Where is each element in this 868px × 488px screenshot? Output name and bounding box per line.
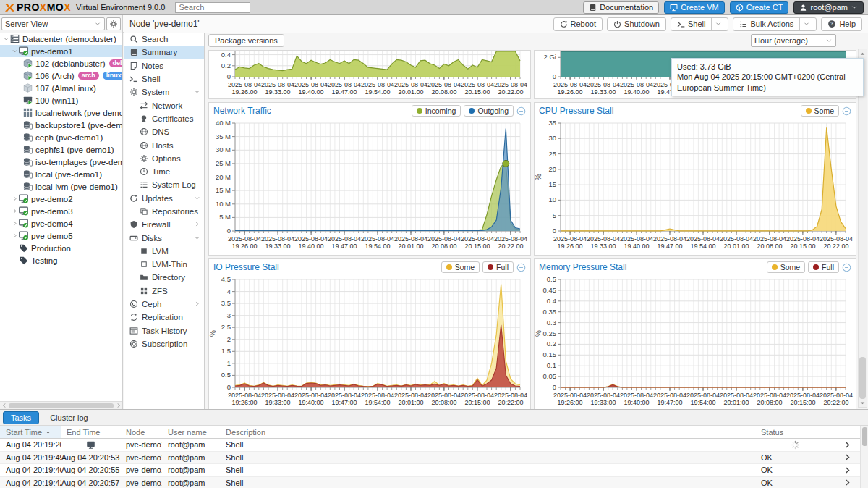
menu-item-certificates[interactable]: Certificates (124, 112, 204, 125)
cpu-usage-chart[interactable]: 00.20.42025-08-0419:26:002025-08-0419:33… (209, 51, 529, 98)
menu-item-replication[interactable]: Replication (124, 311, 204, 324)
shell-button[interactable]: Shell (671, 17, 728, 31)
menu-item-subscription[interactable]: Subscription (124, 337, 204, 350)
chevron-right-icon[interactable] (10, 220, 19, 227)
scroll-left-icon[interactable] (0, 402, 8, 410)
view-mode-select[interactable]: Server View (1, 17, 105, 30)
tree-item-ceph[interactable]: ceph (pve-demo1) (0, 131, 122, 143)
task-expand[interactable] (835, 466, 859, 474)
tab-tasks[interactable]: Tasks (3, 411, 39, 424)
menu-item-search[interactable]: Search (124, 33, 204, 46)
menu-item-disks[interactable]: Disks (124, 231, 204, 244)
column-header-end-time[interactable]: End Time (61, 428, 120, 437)
menu-item-dns[interactable]: DNS (124, 125, 204, 138)
tree-item-pve-demo4[interactable]: pve-demo4 (0, 217, 122, 230)
task-expand[interactable] (835, 441, 859, 449)
package-versions-button[interactable]: Package versions (208, 34, 284, 47)
menu-item-system[interactable]: System (124, 85, 204, 98)
scroll-up-icon[interactable] (859, 49, 867, 58)
documentation-button[interactable]: Documentation (583, 1, 659, 14)
tree-item-107[interactable]: 107 (AlmaLinux) (0, 82, 122, 94)
task-row[interactable]: Aug 04 20:19:42Aug 04 20:20:57pve-demo1r… (0, 477, 868, 488)
view-settings-button[interactable] (106, 17, 121, 30)
tree-item-100[interactable]: 100 (win11) (0, 94, 122, 106)
menu-item-task-history[interactable]: Task History (124, 324, 204, 337)
create-ct-button[interactable]: Create CT (730, 1, 789, 14)
create-vm-button[interactable]: Create VM (664, 1, 725, 14)
menu-item-hosts[interactable]: Hosts (124, 138, 204, 151)
tree-item-cephfs1[interactable]: cephfs1 (pve-demo1) (0, 143, 122, 156)
menu-item-network[interactable]: Network (124, 98, 204, 112)
legend-some[interactable]: Some (441, 261, 480, 273)
shell-dropdown[interactable] (711, 18, 722, 30)
tree-item-pve-demo5[interactable]: pve-demo5 (0, 230, 122, 242)
io-pressure-chart[interactable]: 00.511.522.533.544.52025-08-0419:26:0020… (209, 275, 529, 409)
tree-item-pve-demo1[interactable]: pve-demo1 (0, 45, 122, 57)
menu-item-lvm-thin[interactable]: LVM-Thin (124, 258, 204, 271)
legend-outgoing[interactable]: Outgoing (464, 105, 514, 117)
shutdown-button[interactable]: Shutdown (607, 17, 666, 31)
legend-some[interactable]: Some (767, 261, 805, 273)
chevron-right-icon[interactable] (10, 195, 19, 202)
menu-item-options[interactable]: Options (124, 152, 204, 165)
user-menu-button[interactable]: root@pam (793, 1, 864, 14)
network-traffic-chart[interactable]: 05 M10 M15 M20 M25 M30 M35 M40 M2025-08-… (209, 119, 529, 253)
column-header-description[interactable]: Description (220, 428, 755, 437)
task-row[interactable]: Aug 04 20:19:20pve-demo1root@pamShell (0, 439, 868, 452)
memory-pressure-chart[interactable]: 00.050.10.150.20.250.30.350.40.450.52025… (535, 275, 854, 409)
column-header-status[interactable]: Status (755, 428, 835, 437)
content-scrollbar[interactable] (858, 49, 867, 408)
menu-item-shell[interactable]: Shell (124, 72, 204, 85)
chevron-right-icon[interactable] (194, 220, 200, 229)
tree-item-backupstore1[interactable]: backupstore1 (pve-demo1) (0, 119, 122, 131)
legend-full[interactable]: Full (482, 261, 514, 273)
tree-item-datacenter[interactable]: Datacenter (democluster) (0, 33, 122, 45)
legend-full[interactable]: Full (808, 261, 839, 273)
column-header-user-name[interactable]: User name (162, 428, 220, 437)
task-row[interactable]: Aug 04 20:19:49Aug 04 20:20:53pve-demo1r… (0, 452, 868, 465)
bulk-actions-button[interactable]: Bulk Actions (733, 17, 817, 31)
tab-cluster-log[interactable]: Cluster log (42, 411, 96, 424)
tree-item-iso-templages[interactable]: iso-templages (pve-demo1) (0, 156, 122, 168)
chevron-down-icon[interactable] (194, 194, 200, 203)
tree-item-102[interactable]: 102 (debianbuster)deblinux (0, 57, 122, 70)
chevron-down-icon[interactable] (194, 88, 200, 96)
tree-horizontal-scrollbar[interactable] (0, 401, 122, 409)
tree-scrollbar-thumb[interactable] (9, 403, 114, 408)
chevron-right-icon[interactable] (194, 300, 200, 308)
menu-item-zfs[interactable]: ZFS (124, 285, 204, 298)
reboot-button[interactable]: Reboot (553, 17, 603, 31)
menu-item-firewall[interactable]: Firewall (124, 218, 204, 231)
column-header-start-time[interactable]: Start Time (0, 426, 61, 438)
menu-item-time[interactable]: Time (124, 165, 204, 178)
legend-incoming[interactable]: Incoming (412, 105, 461, 117)
task-expand[interactable] (835, 453, 859, 461)
bulk-actions-dropdown[interactable] (799, 18, 810, 30)
menu-item-notes[interactable]: Notes (124, 59, 204, 72)
chevron-right-icon[interactable] (10, 208, 19, 214)
task-row[interactable]: Aug 04 20:19:46Aug 04 20:20:55pve-demo1r… (0, 464, 868, 477)
collapse-panel-icon[interactable] (842, 263, 851, 272)
collapse-panel-icon[interactable] (842, 106, 851, 116)
tree-item-pve-demo3[interactable]: pve-demo3 (0, 205, 122, 217)
tree-item-localnetwork[interactable]: localnetwork (pve-demo1) (0, 106, 122, 119)
tree-item-local-lvm[interactable]: local-lvm (pve-demo1) (0, 180, 122, 193)
help-button[interactable]: ?Help (821, 17, 862, 31)
scroll-down-icon[interactable] (859, 398, 867, 407)
tree-item-pve-demo2[interactable]: pve-demo2 (0, 193, 122, 205)
menu-item-lvm[interactable]: LVM (124, 245, 204, 258)
global-search-input[interactable] (175, 2, 250, 13)
task-expand[interactable] (835, 479, 859, 487)
menu-item-directory[interactable]: Directory (124, 271, 204, 284)
menu-item-ceph[interactable]: Ceph (124, 298, 204, 311)
chevron-down-icon[interactable] (1, 35, 10, 42)
tree-item-production[interactable]: Production (0, 242, 122, 254)
collapse-panel-icon[interactable] (516, 106, 526, 116)
menu-item-updates[interactable]: Updates (124, 192, 204, 205)
menu-item-system-log[interactable]: System Log (124, 178, 204, 191)
scroll-right-icon[interactable] (114, 402, 122, 410)
tasks-scrollbar[interactable] (860, 426, 868, 488)
cpu-pressure-chart[interactable]: 051015202530352025-08-0419:26:002025-08-… (535, 119, 854, 253)
column-header-node[interactable]: Node (120, 428, 162, 437)
tree-item-106[interactable]: 106 (Arch)archlinux (0, 70, 122, 82)
